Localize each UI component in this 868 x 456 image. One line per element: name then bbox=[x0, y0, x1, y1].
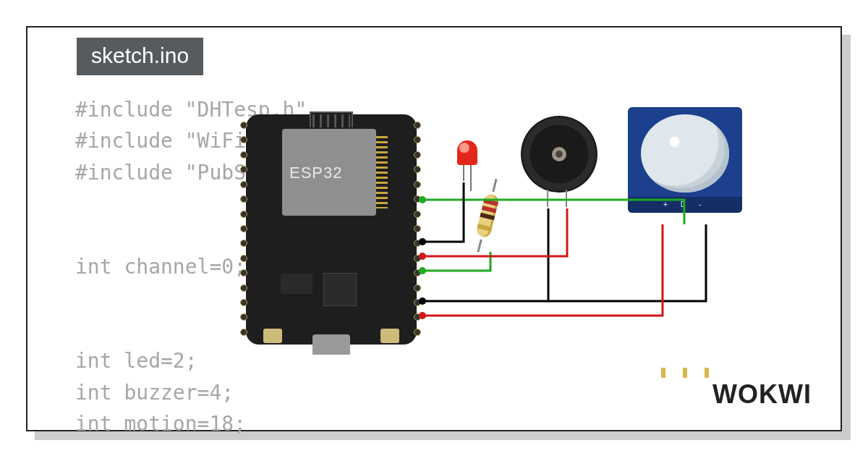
wire-gnd-led bbox=[422, 182, 464, 242]
pir-pin bbox=[661, 368, 665, 378]
buzzer-leg bbox=[547, 190, 548, 207]
esp32-label: ESP32 bbox=[289, 164, 343, 182]
esp32-regulator bbox=[281, 274, 312, 294]
esp32-pin-header-left bbox=[240, 122, 249, 336]
preview-card: sketch.ino #include "DHTesp.h" #include … bbox=[26, 26, 842, 431]
file-tab-label: sketch.ino bbox=[91, 43, 189, 67]
esp32-aux-chip bbox=[324, 274, 356, 305]
circuit-diagram[interactable]: ESP32 + D - bbox=[237, 107, 744, 368]
led-leg bbox=[470, 165, 472, 191]
code-line: int buzzer=4; bbox=[75, 381, 234, 405]
buzzer-leg bbox=[566, 190, 567, 207]
esp32-pin-header-right bbox=[414, 122, 422, 336]
esp32-usb-port bbox=[312, 334, 350, 355]
code-line: int motion=18; bbox=[75, 412, 246, 436]
pir-pin bbox=[705, 368, 709, 378]
pir-sensor-icon[interactable]: + D - bbox=[628, 107, 742, 213]
code-line: int channel=0; bbox=[75, 255, 246, 279]
wire-vcc bbox=[422, 224, 663, 316]
esp32-button-en[interactable] bbox=[263, 329, 282, 343]
wokwi-logo: WOKWI bbox=[712, 379, 812, 410]
buzzer-icon[interactable] bbox=[521, 116, 597, 193]
led-leg bbox=[463, 165, 464, 181]
led-icon[interactable] bbox=[457, 140, 477, 165]
esp32-antenna bbox=[310, 111, 353, 127]
pir-dome bbox=[641, 114, 729, 193]
pir-pin bbox=[683, 368, 687, 378]
logo-text: WOKWI bbox=[712, 379, 812, 409]
esp32-button-boot[interactable] bbox=[380, 329, 399, 343]
file-tab[interactable]: sketch.ino bbox=[77, 38, 203, 75]
wire-led bbox=[422, 252, 490, 271]
resistor-icon[interactable] bbox=[472, 187, 503, 245]
wire-gnd bbox=[548, 224, 706, 301]
code-line: int led=2; bbox=[75, 349, 197, 373]
pir-pin-labels: + D - bbox=[628, 197, 742, 213]
esp32-board[interactable]: ESP32 bbox=[237, 107, 425, 353]
